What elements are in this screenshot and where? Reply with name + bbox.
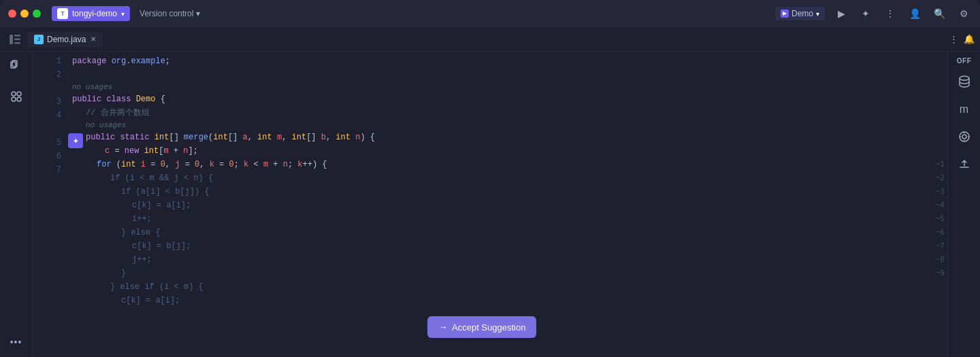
- sidebar-toggle-button[interactable]: [5, 30, 24, 49]
- run-config-selector[interactable]: ▶ Demo ▾: [775, 7, 825, 20]
- svg-rect-0: [10, 35, 13, 44]
- file-tab-demo-java[interactable]: J Demo.java ✕: [27, 32, 103, 47]
- svg-rect-1: [14, 35, 20, 37]
- ghost-line-7: j++; ~8: [67, 253, 947, 267]
- tabbar-right-icons: ⋮ 🔔: [949, 34, 980, 44]
- java-file-icon: J: [34, 35, 44, 44]
- titlebar: T tongyi-demo ▾ Version control ▾ ▶ Demo…: [0, 0, 980, 27]
- more-options-icon[interactable]: •••: [7, 333, 26, 352]
- code-line-3: public class Demo {: [67, 92, 947, 106]
- ghost-line-1: if (i < m && j < n) { ~2: [67, 171, 947, 185]
- version-control-selector[interactable]: Version control ▾: [135, 7, 204, 20]
- users-button[interactable]: 👤: [906, 5, 923, 22]
- off-toggle[interactable]: OFF: [957, 57, 972, 65]
- debug-button[interactable]: ✦: [858, 5, 874, 22]
- upload-icon[interactable]: [955, 154, 974, 173]
- main-content: ••• ✦ 1 2 3 4 5 6 7: [0, 52, 980, 357]
- maximize-button[interactable]: [33, 10, 41, 18]
- code-line-4: // 合并两个数组: [67, 106, 947, 120]
- ai-assist-icon[interactable]: [955, 127, 974, 146]
- version-control-chevron-icon: ▾: [196, 9, 200, 18]
- accept-suggestion-arrow-icon: →: [438, 322, 448, 333]
- svg-point-8: [12, 97, 16, 101]
- ai-badge-label: ✦: [73, 137, 78, 145]
- ghost-line-5: } else { ~6: [67, 226, 947, 239]
- search-button[interactable]: 🔍: [931, 5, 947, 22]
- settings-button[interactable]: ⚙: [956, 5, 972, 22]
- run-config-label: Demo: [791, 9, 813, 18]
- accept-suggestion-button[interactable]: → Accept Suggestion: [427, 316, 536, 338]
- svg-point-9: [17, 97, 21, 101]
- svg-point-6: [12, 92, 16, 96]
- file-tab-close-button[interactable]: ✕: [91, 35, 96, 43]
- code-editor[interactable]: package org.example; no usages public cl…: [67, 52, 947, 357]
- code-line-6: c = new int[ m + n];: [67, 144, 947, 158]
- line-num-3: 3: [38, 95, 61, 109]
- svg-rect-3: [14, 42, 20, 44]
- project-chevron-icon: ▾: [121, 10, 125, 18]
- svg-point-10: [960, 76, 969, 80]
- line-num-6: 6: [38, 150, 61, 163]
- editor-area: ✦ 1 2 3 4 5 6 7: [33, 52, 947, 357]
- app-window: T tongyi-demo ▾ Version control ▾ ▶ Demo…: [0, 0, 980, 357]
- ghost-line-4: i++; ~5: [67, 212, 947, 226]
- line-num-1: 1: [38, 54, 61, 68]
- right-sidebar: OFF m: [947, 52, 980, 357]
- file-explorer-icon[interactable]: [7, 57, 26, 76]
- tabbar: J Demo.java ✕ ⋮ 🔔: [0, 27, 980, 52]
- run-button[interactable]: ▶: [833, 5, 849, 22]
- code-line-7: for ( int i = 0, j = 0, k = 0; k < m + n…: [67, 158, 947, 171]
- line-num-7: 7: [38, 163, 61, 177]
- run-config-icon: ▶: [781, 10, 789, 18]
- project-selector[interactable]: T tongyi-demo ▾: [52, 6, 130, 21]
- ghost-line-3: c[k] = a[i]; ~4: [67, 199, 947, 212]
- titlebar-actions: ▶ Demo ▾ ▶ ✦ ⋮ 👤 🔍 ⚙: [775, 5, 972, 22]
- no-usages-hint-1: no usages: [67, 82, 947, 92]
- close-button[interactable]: [8, 10, 16, 18]
- ai-suggestion-badge[interactable]: ✦: [68, 133, 83, 148]
- run-config-chevron-icon: ▾: [816, 10, 819, 18]
- accept-suggestion-label: Accept Suggestion: [452, 322, 525, 333]
- line-num-5: 5: [38, 136, 61, 150]
- line-num-2: 2: [38, 68, 61, 82]
- notifications-icon[interactable]: 🔔: [964, 34, 975, 44]
- no-usages-hint-2: no usages: [67, 120, 947, 131]
- line-numbers: 1 2 3 4 5 6 7: [33, 52, 67, 357]
- version-control-label: Version control: [140, 9, 193, 18]
- project-name: tongyi-demo: [72, 9, 117, 18]
- svg-rect-2: [14, 38, 20, 40]
- ghost-line-9: } else if (i < m) {: [67, 280, 947, 294]
- ghost-line-2: if (a[i] < b[j]) { ~3: [67, 185, 947, 199]
- svg-point-7: [17, 92, 21, 96]
- tabbar-more-icon[interactable]: ⋮: [949, 34, 958, 44]
- code-line-1: package org.example;: [67, 54, 947, 68]
- code-line-2: [67, 68, 947, 82]
- database-icon[interactable]: [955, 73, 974, 92]
- code-container[interactable]: ✦ 1 2 3 4 5 6 7: [33, 52, 947, 357]
- more-actions-button[interactable]: ⋮: [882, 5, 898, 22]
- activity-bar: •••: [0, 52, 33, 357]
- minimize-button[interactable]: [20, 10, 29, 18]
- code-line-5: public static int[] merge( int[] a, int …: [67, 131, 947, 144]
- ghost-line-10: c[k] = a[i];: [67, 294, 947, 307]
- ghost-line-6: c[k] = b[j]; ~7: [67, 239, 947, 253]
- ghost-line-8: } ~9: [67, 267, 947, 280]
- components-icon[interactable]: [7, 87, 26, 106]
- svg-point-11: [960, 132, 969, 141]
- ghost-line-annotation-1: ~1: [936, 158, 945, 171]
- traffic-lights: [8, 10, 41, 18]
- magic-icon[interactable]: m: [955, 100, 974, 119]
- file-tab-name: Demo.java: [47, 35, 86, 44]
- project-icon: T: [57, 8, 68, 19]
- line-num-4: 4: [38, 109, 61, 122]
